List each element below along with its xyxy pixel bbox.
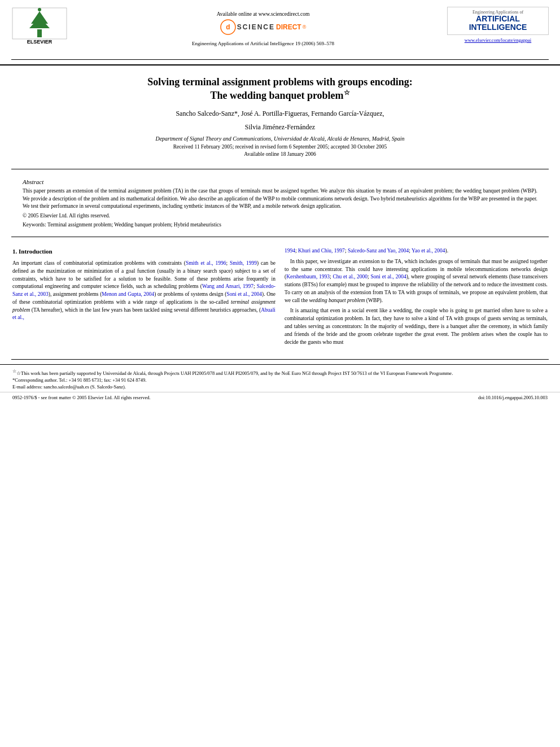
ref-abuali[interactable]: Abuali et al., [12, 307, 275, 321]
col-left: 1. Introduction An important class of co… [12, 247, 275, 325]
svg-rect-1 [37, 29, 42, 37]
sd-icon: d [220, 19, 236, 35]
abstract-heading: Abstract [23, 178, 537, 185]
ref-wang1997[interactable]: Wang and Ansari, 1997 [202, 283, 253, 289]
ref-soni2004[interactable]: Soni et al., 2004 [226, 291, 262, 297]
footnote-email: E-mail address: sancho.salcedo@uah.es (S… [12, 384, 548, 391]
keywords: Keywords: Terminal assignment problem; W… [23, 222, 537, 228]
header: ELSEVIER Available online at www.science… [0, 0, 560, 55]
affiliation: Department of Signal Theory and Communic… [34, 136, 526, 142]
section1-right-para1: In this paper, we investigate an extensi… [285, 258, 548, 305]
ref-smith1996[interactable]: Smith et al., 1996 [186, 260, 226, 266]
col-right: 1994; Khuri and Chiu, 1997; Salcedo-Sanz… [285, 247, 548, 349]
title-section: Solving terminal assignment problems wit… [0, 64, 560, 164]
footnote-star-text: ☆☆This work has been partially supported… [12, 368, 548, 377]
journal-brand-box: Engineering Applications of ARTIFICIALIN… [447, 7, 549, 35]
available-online-date: Available online 18 January 2006 [34, 151, 526, 157]
svg-text:d: d [226, 23, 230, 31]
header-right: Engineering Applications of ARTIFICIALIN… [447, 7, 549, 43]
footnote-corresponding: *Corresponding author. Tel.: +34 91 885 … [12, 377, 548, 384]
paper-title-line2: The wedding banquet problem [210, 90, 343, 101]
available-online-text: Available online at www.sciencedirect.co… [79, 11, 447, 17]
title-star: ☆ [344, 89, 350, 97]
page: ELSEVIER Available online at www.science… [0, 0, 560, 747]
copyright-notice: © 2005 Elsevier Ltd. All rights reserved… [23, 213, 537, 219]
footer-doi: doi:10.1016/j.engappai.2005.10.003 [478, 395, 548, 400]
footer-issn: 0952-1976/$ - see front matter © 2005 El… [12, 395, 151, 400]
footnote-area: ☆☆This work has been partially supported… [0, 364, 560, 392]
body-columns: 1. Introduction An important class of co… [0, 242, 560, 355]
footnote-star-content: ☆This work has been partially supported … [16, 370, 453, 376]
section1-right-refs: 1994; Khuri and Chiu, 1997; Salcedo-Sanz… [285, 247, 548, 255]
ref-yao2004[interactable]: Yao et al., 2004 [412, 248, 445, 254]
section1-para1: An important class of combinatorial opti… [12, 260, 275, 322]
footer-bottom: 0952-1976/$ - see front matter © 2005 El… [0, 392, 560, 403]
ref-smith1999[interactable]: Smith, 1999 [230, 260, 257, 266]
keywords-label: Keywords: [23, 222, 46, 228]
wbp-term: wedding banquet problem [309, 298, 365, 303]
elsevier-logo: ELSEVIER [11, 7, 68, 49]
sciencedirect-logo: d SCIENCE DIRECT ® [79, 19, 447, 35]
authors-line2: Silvia Jiménez-Fernández [34, 122, 526, 132]
ref-1994[interactable]: 1994 [285, 248, 295, 254]
paper-title-line1: Solving terminal assignment problems wit… [147, 76, 412, 88]
section1-right-para2: It is amazing that even in a social even… [285, 307, 548, 346]
ref-soni2004b[interactable]: Soni et al., 2004 [371, 274, 406, 279]
paper-title: Solving terminal assignment problems wit… [34, 76, 526, 103]
ref-chu2000[interactable]: Chu et al., 2000 [333, 274, 368, 279]
section1-heading: 1. Introduction [12, 247, 275, 256]
header-center: Available online at www.sciencedirect.co… [79, 7, 447, 46]
abstract-divider [11, 237, 549, 237]
ref-kershenbaum1993[interactable]: Kershenbaum, 1993 [286, 274, 330, 279]
journal-brand-main: ARTIFICIALINTELLIGENCE [451, 15, 545, 32]
header-left: ELSEVIER [11, 7, 79, 50]
title-divider [11, 169, 549, 169]
keywords-text: Terminal assignment problem; Wedding ban… [47, 222, 221, 228]
ta-term: terminal assignment problem [12, 299, 275, 313]
svg-point-4 [38, 8, 41, 11]
abstract-section: Abstract This paper presents an extensio… [0, 174, 560, 232]
authors-line1: Sancho Salcedo-Sanz*, José A. Portilla-F… [34, 108, 526, 119]
ref-khuri1997[interactable]: Khuri and Chiu, 1997 [298, 248, 345, 254]
svg-text:ELSEVIER: ELSEVIER [27, 39, 53, 45]
ref-menon2004[interactable]: Menon and Gupta, 2004 [102, 291, 154, 297]
header-divider [11, 59, 549, 60]
abstract-text: This paper presents an extension of the … [23, 187, 537, 211]
footnote-divider [11, 359, 549, 360]
journal-url[interactable]: www.elsevier.com/locate/engappai [447, 37, 549, 43]
footnote-star-symbol: ☆ [12, 369, 16, 374]
received-dates: Received 11 February 2005; received in r… [34, 144, 526, 150]
journal-name: Engineering Applications of Artificial I… [79, 41, 447, 46]
ref-salcedo2004[interactable]: Salcedo-Sanz and Yao, 2004 [348, 248, 409, 254]
